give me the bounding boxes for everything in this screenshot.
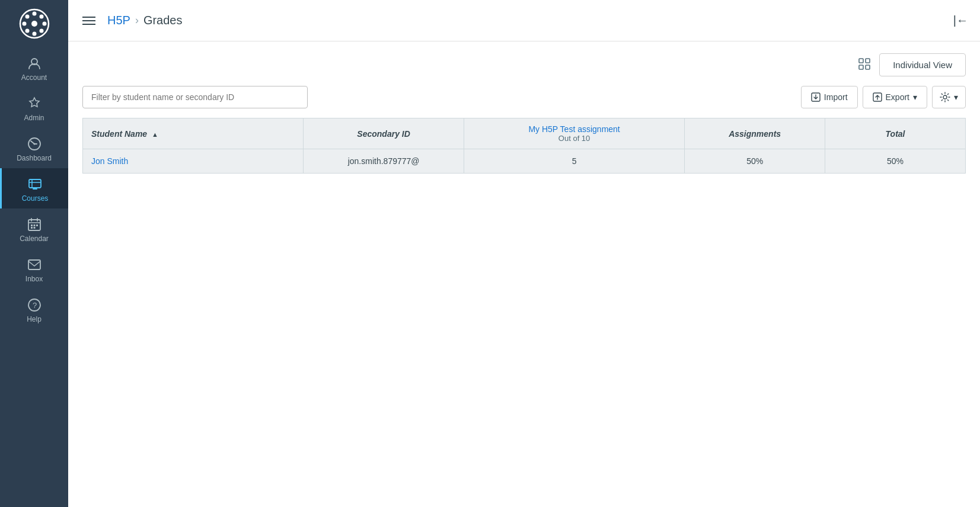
svg-rect-32 (866, 65, 870, 69)
svg-rect-25 (33, 227, 35, 229)
sidebar-item-calendar[interactable]: Calendar (0, 208, 68, 249)
grid-view-icon-button[interactable] (855, 55, 873, 75)
filter-action-row: Import Export ▾ ▾ (82, 86, 966, 108)
svg-point-4 (22, 22, 26, 26)
collapse-sidebar-button[interactable]: |← (953, 14, 968, 27)
sidebar-logo (0, 0, 68, 47)
assignment-score-cell: 5 (464, 149, 684, 174)
settings-dropdown-arrow: ▾ (954, 92, 958, 102)
svg-rect-30 (866, 59, 870, 63)
grades-table: Student Name ▲ Secondary ID My H5P Test … (82, 118, 966, 174)
individual-view-button[interactable]: Individual View (879, 53, 966, 76)
page-header: H5P › Grades |← (68, 0, 980, 41)
svg-point-3 (32, 32, 36, 36)
sort-indicator: ▲ (152, 131, 158, 138)
svg-text:?: ? (33, 301, 37, 310)
table-row: Jon Smith jon.smith.879777@ 5 50% 50% (83, 149, 966, 174)
assignments-column-header[interactable]: Assignments (685, 118, 825, 149)
svg-rect-21 (31, 224, 33, 226)
sidebar-item-admin[interactable]: Admin (0, 88, 68, 128)
svg-point-5 (42, 22, 46, 26)
svg-point-6 (25, 15, 29, 19)
total-cell: 50% (825, 149, 966, 174)
secondary-id-cell: jon.smith.879777@ (304, 149, 464, 174)
import-button[interactable]: Import (801, 86, 858, 108)
sidebar-item-help[interactable]: ? Help (0, 289, 68, 329)
svg-rect-24 (31, 227, 33, 229)
assignment-column-header[interactable]: My H5P Test assignment Out of 10 (464, 118, 684, 149)
hamburger-button[interactable] (80, 14, 98, 27)
total-column-header[interactable]: Total (825, 118, 966, 149)
svg-point-9 (25, 29, 29, 33)
sidebar-item-courses[interactable]: Courses (0, 168, 68, 208)
svg-point-35 (943, 95, 947, 99)
sidebar: Account Admin Dashboard Courses (0, 0, 68, 507)
svg-rect-29 (859, 59, 863, 63)
student-name-cell[interactable]: Jon Smith (83, 149, 304, 174)
svg-rect-23 (36, 224, 38, 226)
breadcrumb: H5P › Grades (107, 14, 183, 27)
toolbar-row: Individual View (82, 53, 966, 76)
sidebar-item-account[interactable]: Account (0, 47, 68, 88)
svg-point-8 (39, 15, 43, 19)
secondary-id-column-header[interactable]: Secondary ID (304, 118, 464, 149)
svg-rect-13 (29, 179, 41, 188)
action-buttons: Import Export ▾ ▾ (801, 86, 966, 108)
svg-point-1 (31, 21, 37, 27)
main-content: H5P › Grades |← Individual View (68, 0, 980, 507)
export-button[interactable]: Export ▾ (863, 86, 927, 108)
breadcrumb-link-h5p[interactable]: H5P (107, 14, 130, 27)
student-name-column-header[interactable]: Student Name ▲ (83, 118, 304, 149)
assignments-cell: 50% (685, 149, 825, 174)
svg-point-2 (32, 12, 36, 16)
breadcrumb-separator: › (135, 14, 139, 27)
svg-rect-31 (859, 65, 863, 69)
svg-rect-26 (28, 260, 40, 269)
sidebar-item-dashboard[interactable]: Dashboard (0, 128, 68, 168)
settings-button[interactable]: ▾ (932, 86, 966, 108)
svg-rect-22 (33, 224, 35, 226)
breadcrumb-current-page: Grades (143, 14, 183, 27)
svg-point-7 (39, 29, 43, 33)
svg-point-12 (33, 143, 35, 145)
export-dropdown-arrow: ▾ (913, 92, 917, 102)
table-header-row: Student Name ▲ Secondary ID My H5P Test … (83, 118, 966, 149)
content-area: Individual View Import Expo (68, 41, 980, 507)
student-filter-input[interactable] (82, 86, 308, 108)
header-right: |← (953, 14, 968, 27)
sidebar-item-inbox[interactable]: Inbox (0, 249, 68, 289)
